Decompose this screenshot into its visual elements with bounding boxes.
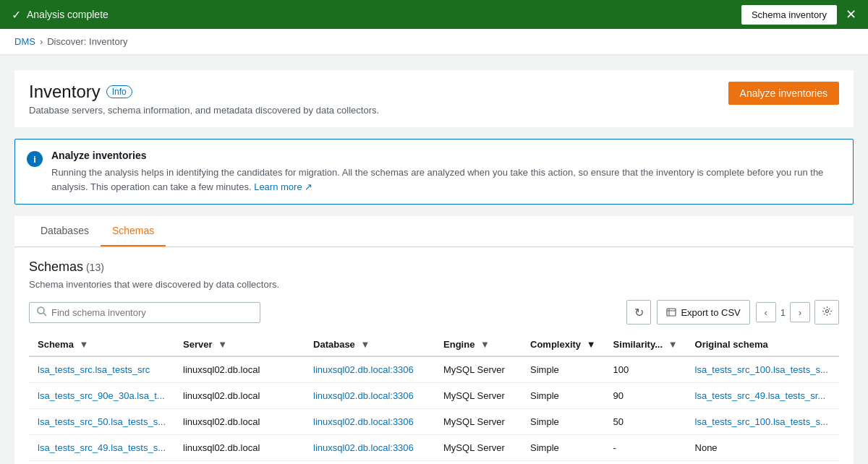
cell-engine-1: MySQL Server (435, 383, 522, 409)
sort-icon-similarity: ▼ (668, 339, 678, 350)
cell-engine-3: MySQL Server (435, 435, 522, 461)
cell-complexity-3: Simple (522, 435, 605, 461)
database-link-2[interactable]: linuxsql02.db.local:3306 (313, 416, 414, 427)
refresh-icon: ↻ (634, 306, 644, 319)
col-header-server[interactable]: Server ▼ (174, 333, 305, 356)
chevron-left-icon: ‹ (765, 307, 767, 318)
next-page-button[interactable]: › (790, 302, 810, 322)
database-link-0[interactable]: linuxsql02.db.local:3306 (313, 364, 414, 375)
col-header-similarity[interactable]: Similarity... ▼ (605, 333, 686, 356)
cell-complexity-0: Simple (522, 356, 605, 383)
table-subtitle: Schema inventories that were discovered … (29, 279, 839, 290)
database-link-1[interactable]: linuxsql02.db.local:3306 (313, 390, 414, 401)
status-text: Analysis complete (27, 9, 109, 20)
tab-databases[interactable]: Databases (29, 216, 101, 246)
external-link-icon: ↗ (305, 181, 312, 192)
col-header-complexity[interactable]: Complexity ▼ (522, 333, 605, 356)
table-header-row: Schemas (13) (29, 259, 839, 275)
cell-database-2: linuxsql02.db.local:3306 (305, 409, 435, 435)
schemas-table: Schema ▼ Server ▼ Database ▼ Engine ▼ (29, 333, 839, 461)
info-box: i Analyze inventories Running the analys… (14, 139, 854, 205)
cell-server-1: linuxsql02.db.local (174, 383, 305, 409)
info-box-icon: i (27, 151, 43, 167)
cell-schema-1: lsa_tests_src_90e_30a.lsa_t... (29, 383, 174, 409)
cell-complexity-1: Simple (522, 383, 605, 409)
col-header-database[interactable]: Database ▼ (305, 333, 435, 356)
table-head: Schema ▼ Server ▼ Database ▼ Engine ▼ (29, 333, 839, 356)
settings-button[interactable] (814, 300, 839, 325)
table-count: (13) (86, 262, 104, 273)
table-section: Schemas (13) Schema inventories that wer… (14, 248, 854, 464)
cell-database-0: linuxsql02.db.local:3306 (305, 356, 435, 383)
toolbar-right: ↻ Export to CSV ‹ 1 › (626, 300, 839, 325)
table-body: lsa_tests_src.lsa_tests_src linuxsql02.d… (29, 356, 839, 461)
original-schema-link-1[interactable]: lsa_tests_src_49.lsa_tests_sr... (695, 390, 826, 401)
cell-schema-0: lsa_tests_src.lsa_tests_src (29, 356, 174, 383)
close-icon: ✕ (846, 7, 856, 22)
refresh-button[interactable]: ↻ (626, 300, 651, 325)
analyze-inventories-button[interactable]: Analyze inventories (728, 82, 839, 105)
sort-icon-database: ▼ (360, 339, 370, 350)
page-number: 1 (780, 307, 786, 318)
original-schema-link-2[interactable]: lsa_tests_src_100.lsa_tests_s... (695, 416, 828, 427)
info-box-title: Analyze inventories (51, 150, 841, 161)
cell-schema-2: lsa_tests_src_50.lsa_tests_s... (29, 409, 174, 435)
search-box[interactable] (29, 302, 260, 323)
table-header-row-el: Schema ▼ Server ▼ Database ▼ Engine ▼ (29, 333, 839, 356)
tabs: Databases Schemas (14, 216, 854, 246)
table-toolbar: ↻ Export to CSV ‹ 1 › (29, 300, 839, 325)
search-input[interactable] (51, 307, 252, 318)
schema-inventory-button[interactable]: Schema inventory (741, 5, 837, 25)
cell-engine-0: MySQL Server (435, 356, 522, 383)
schema-link-3[interactable]: lsa_tests_src_49.lsa_tests_s... (38, 442, 166, 453)
col-header-schema[interactable]: Schema ▼ (29, 333, 174, 356)
learn-more-link[interactable]: Learn more ↗ (254, 181, 312, 192)
export-icon (666, 307, 676, 317)
table-row: lsa_tests_src_50.lsa_tests_s... linuxsql… (29, 409, 839, 435)
page-header-left: Inventory Info Database servers, schema … (29, 82, 379, 116)
table-row: lsa_tests_src.lsa_tests_src linuxsql02.d… (29, 356, 839, 383)
cell-schema-3: lsa_tests_src_49.lsa_tests_s... (29, 435, 174, 461)
topbar-status: ✓ Analysis complete (12, 8, 109, 22)
table-row: lsa_tests_src_90e_30a.lsa_t... linuxsql0… (29, 383, 839, 409)
chevron-right-icon: › (799, 307, 801, 318)
cell-server-0: linuxsql02.db.local (174, 356, 305, 383)
info-link[interactable]: Info (106, 85, 132, 98)
info-box-text-part1: Running the analysis helps in identifyin… (51, 167, 823, 192)
sort-icon-schema: ▼ (80, 339, 89, 350)
sort-icon-server: ▼ (218, 339, 227, 350)
schema-link-2[interactable]: lsa_tests_src_50.lsa_tests_s... (38, 416, 166, 427)
database-link-3[interactable]: linuxsql02.db.local:3306 (313, 442, 414, 453)
cell-similarity-3: - (605, 435, 686, 461)
close-button[interactable]: ✕ (846, 7, 856, 22)
page-title: Inventory (29, 82, 101, 102)
tab-schemas[interactable]: Schemas (101, 216, 166, 246)
schema-link-1[interactable]: lsa_tests_src_90e_30a.lsa_t... (38, 390, 165, 401)
table-title-group: Schemas (13) (29, 259, 104, 275)
col-header-engine[interactable]: Engine ▼ (435, 333, 522, 356)
sort-icon-complexity: ▼ (587, 339, 596, 350)
pagination: ‹ 1 › (756, 300, 839, 325)
tabs-container: Databases Schemas (14, 216, 854, 247)
svg-rect-2 (667, 309, 676, 316)
original-schema-link-0[interactable]: lsa_tests_src_100.lsa_tests_s... (695, 364, 828, 375)
breadcrumb-separator: › (40, 36, 43, 47)
info-box-content: Analyze inventories Running the analysis… (51, 150, 841, 194)
breadcrumb: DMS › Discover: Inventory (0, 29, 868, 55)
schema-link-0[interactable]: lsa_tests_src.lsa_tests_src (38, 364, 150, 375)
svg-line-1 (43, 313, 46, 316)
cell-original-schema-3: None (686, 435, 839, 461)
prev-page-button[interactable]: ‹ (756, 302, 776, 322)
cell-server-3: linuxsql02.db.local (174, 435, 305, 461)
topbar: ✓ Analysis complete Schema inventory ✕ (0, 0, 868, 29)
cell-original-schema-2: lsa_tests_src_100.lsa_tests_s... (686, 409, 839, 435)
export-btn-label: Export to CSV (681, 307, 740, 318)
cell-server-2: linuxsql02.db.local (174, 409, 305, 435)
breadcrumb-parent[interactable]: DMS (14, 36, 35, 47)
info-box-text: Running the analysis helps in identifyin… (51, 166, 841, 194)
svg-point-5 (825, 310, 828, 313)
table-row: lsa_tests_src_49.lsa_tests_s... linuxsql… (29, 435, 839, 461)
topbar-actions: Schema inventory ✕ (741, 5, 856, 25)
breadcrumb-current: Discover: Inventory (47, 36, 127, 47)
export-csv-button[interactable]: Export to CSV (657, 300, 749, 325)
